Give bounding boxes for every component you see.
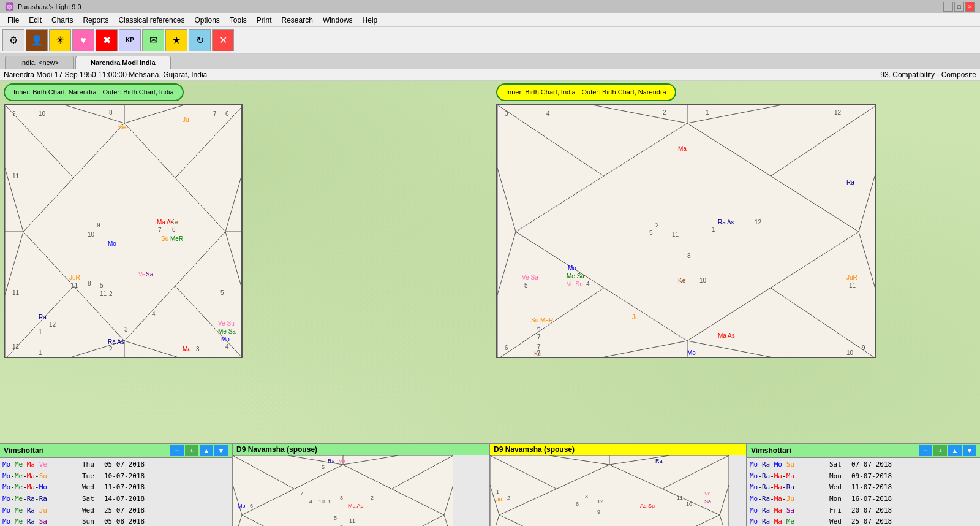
minimize-btn[interactable]: ─ (943, 2, 953, 12)
svg-text:Su MeR: Su MeR (531, 317, 553, 324)
svg-text:5: 5 (334, 515, 337, 521)
svg-text:Ve: Ve (339, 458, 345, 464)
svg-text:1: 1 (706, 109, 709, 116)
svg-text:12: 12 (49, 321, 56, 328)
tool-heart[interactable]: ♥ (72, 29, 94, 51)
menu-help[interactable]: Help (358, 15, 383, 26)
toolbar: ⚙ 👤 ☀ ♥ ✖ KP ✉ ★ ↻ ✕ (0, 27, 980, 54)
tool-mail[interactable]: ✉ (142, 29, 164, 51)
svg-text:10: 10 (88, 231, 95, 238)
title-bar: 🔯 Parashara's Light 9.0 ─ □ ✕ (0, 0, 980, 13)
svg-text:11: 11 (71, 282, 78, 289)
svg-text:Mo: Mo (221, 336, 230, 343)
vim1-down-btn[interactable]: ▼ (214, 445, 228, 456)
tool-refresh[interactable]: ↻ (189, 29, 211, 51)
menu-file[interactable]: File (2, 15, 24, 26)
dasha-row-2: Mo-Ra-Ma-RaWed11-07-2018 (750, 482, 978, 494)
svg-text:Ju: Ju (496, 497, 502, 503)
svg-text:Ma: Ma (183, 346, 191, 353)
svg-text:Mo: Mo (687, 349, 696, 356)
svg-text:Ju: Ju (632, 314, 639, 321)
svg-text:12: 12 (12, 343, 20, 350)
svg-text:JuR: JuR (846, 274, 858, 281)
vimshottari-list-2: Mo-Ra-Mo-SuSat07-07-2018 Mo-Ra-Ma-MaMon0… (747, 458, 980, 526)
svg-text:4: 4 (225, 343, 229, 350)
tool-person[interactable]: 👤 (26, 29, 48, 51)
menu-options[interactable]: Options (189, 15, 224, 26)
svg-text:Mo: Mo (108, 240, 116, 247)
svg-text:Ra: Ra (846, 179, 854, 186)
svg-text:1: 1 (712, 226, 715, 233)
svg-text:Me Sa: Me Sa (218, 328, 236, 335)
dasha-row: Mo-Me-Ra-RaSat14-07-2018 (2, 494, 229, 505)
dasha-row: Mo-Me-Ma-VeThu05-07-2018 (2, 459, 229, 471)
vimshottari-panel-1: Vimshottari − + ▲ ▼ Mo-Me-Ma-VeThu05-07-… (0, 444, 233, 526)
svg-text:Sa: Sa (146, 271, 154, 278)
svg-text:Ma: Ma (678, 145, 687, 152)
svg-text:Ra As: Ra As (718, 219, 734, 226)
menu-print[interactable]: Print (252, 15, 277, 26)
svg-text:Ra As: Ra As (108, 338, 124, 345)
tool-cross[interactable]: ✖ (96, 29, 118, 51)
svg-text:8: 8 (687, 253, 691, 259)
dasha-row: Mo-Me-Ra-JuWed25-07-2018 (2, 505, 229, 517)
svg-text:12: 12 (834, 109, 842, 116)
svg-text:2: 2 (109, 291, 113, 297)
svg-text:3: 3 (505, 110, 508, 117)
vim2-plus-btn[interactable]: + (933, 445, 947, 456)
vim1-up-btn[interactable]: ▲ (200, 445, 213, 456)
svg-text:Ve Su: Ve Su (567, 281, 583, 288)
svg-text:6: 6 (505, 345, 508, 351)
menu-charts[interactable]: Charts (47, 15, 78, 26)
tab-narendra[interactable]: Narendra Modi India (75, 56, 171, 69)
svg-text:Ve: Ve (704, 490, 711, 497)
svg-text:Ra: Ra (655, 458, 663, 464)
svg-text:11: 11 (677, 495, 683, 501)
vim1-plus-btn[interactable]: + (185, 445, 198, 456)
svg-text:JuR: JuR (69, 274, 80, 281)
menu-tools[interactable]: Tools (225, 15, 252, 26)
vim2-up-btn[interactable]: ▲ (948, 445, 962, 456)
tool-sun[interactable]: ☀ (49, 29, 71, 51)
svg-text:11: 11 (349, 518, 355, 524)
d9-panel-1: D9 Navamsha (spouse) Ra Ve 5 Mo (233, 444, 490, 526)
d9-header-2: D9 Navamsha (spouse) (490, 444, 746, 455)
svg-text:9: 9 (12, 110, 16, 117)
tool-star[interactable]: ★ (165, 29, 187, 51)
menu-edit[interactable]: Edit (24, 15, 47, 26)
close-btn[interactable]: ✕ (965, 2, 975, 12)
menu-reports[interactable]: Reports (78, 15, 113, 26)
tool-settings[interactable]: ⚙ (2, 29, 24, 51)
right-chart-label: Inner: Birth Chart, India - Outer: Birth… (496, 83, 676, 101)
vimshottari-header-2: Vimshottari − + ▲ ▼ (747, 444, 980, 458)
svg-text:6: 6 (576, 501, 579, 507)
svg-text:Ke: Ke (118, 124, 126, 131)
svg-text:6: 6 (537, 325, 541, 332)
svg-text:11: 11 (100, 291, 107, 297)
svg-text:Ra: Ra (39, 314, 47, 321)
chart-type: 93. Compatibility - Composite (880, 71, 976, 79)
svg-text:11: 11 (672, 231, 679, 238)
svg-text:Sa: Sa (704, 498, 711, 505)
svg-text:3: 3 (196, 346, 200, 353)
app-icon: 🔯 (5, 2, 14, 11)
menu-research[interactable]: Research (277, 15, 318, 26)
svg-text:10: 10 (686, 501, 692, 507)
menu-classical[interactable]: Classical references (113, 15, 189, 26)
menu-windows[interactable]: Windows (318, 15, 358, 26)
svg-text:10: 10 (318, 498, 325, 505)
d9-chart-1: Ra Ve 5 Mo 6 Ma As 3 2 7 4 10 1 JuR 8 Su (233, 455, 453, 526)
svg-text:2: 2 (507, 495, 510, 501)
tool-kp[interactable]: KP (119, 29, 141, 51)
vim2-down-btn[interactable]: ▼ (963, 445, 976, 456)
tab-india[interactable]: India, <new> (5, 56, 74, 69)
vim1-minus-btn[interactable]: − (170, 445, 184, 456)
svg-text:1: 1 (39, 349, 42, 356)
tool-delete[interactable]: ✕ (212, 29, 234, 51)
dasha-row-2: Mo-Ra-Ma-JuMon16-07-2018 (750, 494, 978, 505)
maximize-btn[interactable]: □ (954, 2, 964, 12)
vim2-minus-btn[interactable]: − (919, 445, 932, 456)
svg-text:5: 5 (221, 289, 224, 296)
bottom-panels: Vimshottari − + ▲ ▼ Mo-Me-Ma-VeThu05-07-… (0, 443, 980, 526)
menu-bar: File Edit Charts Reports Classical refer… (0, 13, 980, 27)
